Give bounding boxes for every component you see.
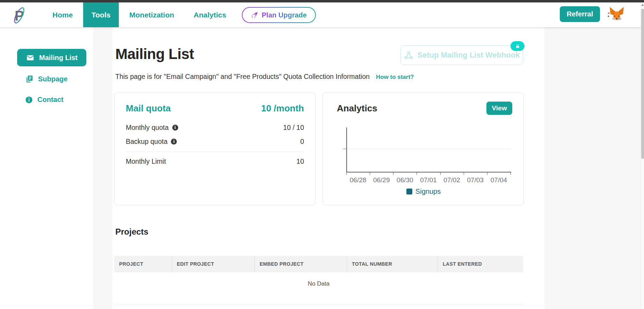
- info-circle-icon: [25, 96, 33, 104]
- legend-swatch: [406, 189, 412, 194]
- info-icon[interactable]: i: [171, 139, 177, 145]
- referral-button[interactable]: Referral: [560, 6, 600, 22]
- x-axis-tick: [511, 172, 511, 175]
- vertical-scrollbar[interactable]: [641, 2, 644, 309]
- quota-row-monthly: Monthly quota i 10 / 10: [126, 124, 304, 132]
- how-to-start-link[interactable]: How to start?: [376, 74, 414, 81]
- chart-y-tick: [343, 149, 346, 149]
- sidebar-item-label: Contact: [37, 96, 63, 104]
- main-content: Mailing List Setup Mailing List Webhook …: [113, 27, 544, 309]
- lock-icon: [515, 44, 520, 49]
- plan-upgrade-label: Plan Upgrade: [262, 11, 307, 19]
- x-axis-ticks: [346, 172, 511, 175]
- wallet-fox-avatar[interactable]: [606, 4, 625, 24]
- x-axis-label: 06/30: [393, 176, 417, 184]
- nav-item-monetization[interactable]: Monetization: [129, 2, 174, 27]
- x-axis-tick: [464, 172, 464, 175]
- page-subtitle: This page is for "Email Campaign" and "F…: [115, 73, 370, 81]
- fox-avatar-icon: [606, 4, 625, 24]
- chart-y-axis: [346, 127, 347, 172]
- x-axis-tick: [346, 172, 347, 175]
- quota-rows: Monthly quota i 10 / 10 Backup quota i 0: [126, 124, 304, 146]
- x-axis-label: 07/04: [487, 176, 511, 184]
- quota-row-label: Monthly Limit: [126, 157, 166, 165]
- table-empty-state: No Data: [114, 280, 523, 287]
- x-axis-label: 06/28: [346, 176, 370, 184]
- sidebar-item-label: Mailing List: [39, 54, 78, 62]
- column-header-total-number: TOTAL NUMBER: [347, 256, 438, 272]
- view-analytics-button[interactable]: View: [486, 102, 512, 115]
- table-bottom-divider: [114, 304, 524, 304]
- quota-row-limit: Monthly Limit 10: [126, 157, 304, 165]
- column-header-edit-project: EDIT PROJECT: [172, 256, 255, 272]
- scroll-up-arrow[interactable]: [641, 4, 644, 6]
- quota-row-backup: Backup quota i 0: [126, 138, 304, 146]
- mail-quota-title: Mail quota: [126, 103, 171, 114]
- mail-quota-card: Mail quota 10 /month Monthly quota i 10 …: [114, 92, 316, 205]
- plan-upgrade-button[interactable]: Plan Upgrade: [242, 7, 316, 23]
- analytics-card: Analytics View 06/2806/2906/3007/0107/02…: [323, 92, 524, 205]
- webhook-icon: [404, 51, 413, 60]
- analytics-header: Analytics View: [337, 102, 512, 115]
- nav-item-tools[interactable]: Tools: [83, 2, 119, 27]
- locked-feature-badge: [511, 41, 524, 51]
- page-subtitle-row: This page is for "Email Campaign" and "F…: [115, 73, 414, 81]
- quota-row-label: Monthly quota: [126, 124, 169, 132]
- brand-logo[interactable]: P: [10, 5, 29, 25]
- logo-p-orbit-icon: P: [10, 5, 29, 25]
- x-axis-tick: [440, 172, 441, 175]
- sidebar-item-label: Subpage: [38, 75, 67, 83]
- x-axis-tick: [487, 172, 487, 175]
- nav-item-home[interactable]: Home: [52, 2, 73, 27]
- mail-quota-rate: 10 /month: [261, 103, 304, 114]
- app-page: P Home Tools Monetization Analytics Plan…: [0, 0, 644, 309]
- mail-quota-header: Mail quota 10 /month: [126, 103, 304, 114]
- quota-row-value: 10 / 10: [283, 124, 304, 132]
- column-header-embed-project: EMBED PROJECT: [255, 256, 347, 272]
- chart-legend[interactable]: Signups: [323, 187, 524, 196]
- left-sidebar: Mailing List Subpage Contact: [0, 27, 93, 309]
- x-axis-label: 07/01: [417, 176, 440, 184]
- sidebar-item-mailing-list[interactable]: Mailing List: [17, 49, 86, 66]
- rocket-icon: [251, 12, 258, 19]
- column-header-project: PROJECT: [114, 256, 172, 272]
- plan-upgrade-inner: Plan Upgrade: [243, 8, 315, 22]
- x-axis-label: 07/02: [440, 176, 464, 184]
- x-axis-tick: [370, 172, 370, 175]
- pages-icon: [25, 75, 34, 83]
- envelope-icon: [26, 54, 34, 62]
- info-icon[interactable]: i: [172, 125, 178, 131]
- projects-table-header: PROJECT EDIT PROJECT EMBED PROJECT TOTAL…: [114, 256, 523, 272]
- sidebar-item-subpage[interactable]: Subpage: [25, 75, 67, 83]
- setup-webhook-label: Setup Mailing List Webhook: [418, 51, 520, 60]
- setup-webhook-button[interactable]: Setup Mailing List Webhook: [400, 45, 523, 65]
- x-axis-tick: [417, 172, 417, 175]
- chart-gridline: [347, 149, 511, 149]
- chart-x-axis: [346, 172, 511, 172]
- sidebar-item-contact[interactable]: Contact: [25, 96, 63, 104]
- nav-item-analytics[interactable]: Analytics: [194, 2, 226, 27]
- analytics-title: Analytics: [337, 103, 377, 114]
- x-axis-tick: [393, 172, 393, 175]
- column-header-last-entered: LAST ENTERED: [438, 256, 523, 272]
- x-axis-label: 07/03: [464, 176, 487, 184]
- projects-title: Projects: [115, 227, 149, 237]
- quota-divider: [126, 152, 304, 152]
- page-title: Mailing List: [115, 46, 194, 62]
- legend-label: Signups: [415, 187, 441, 196]
- quota-row-value: 10: [296, 157, 304, 165]
- scrollbar-thumb[interactable]: [641, 9, 644, 159]
- quota-row-value: 0: [300, 138, 304, 146]
- window-top-strip: [0, 0, 644, 2]
- x-axis-label: 06/29: [370, 176, 393, 184]
- quota-row-label: Backup quota: [126, 138, 167, 146]
- top-navbar: P Home Tools Monetization Analytics Plan…: [0, 2, 644, 27]
- x-axis-labels: 06/2806/2906/3007/0107/0207/0307/04: [346, 176, 511, 184]
